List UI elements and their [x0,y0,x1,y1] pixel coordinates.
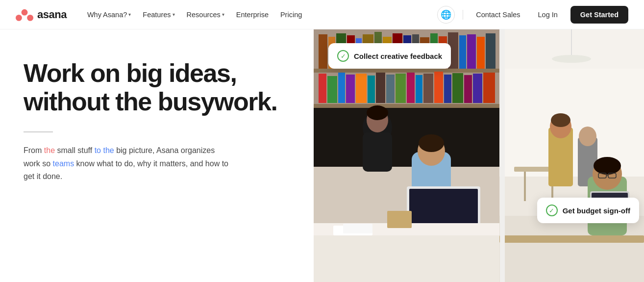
svg-point-52 [419,134,444,152]
log-in-link[interactable]: Log In [533,7,563,23]
office-image-right: ✓ Get budget sign-off [499,29,644,282]
check-icon-2: ✓ [546,205,558,216]
check-icon-1: ✓ [337,50,349,62]
svg-rect-45 [314,108,500,167]
svg-rect-26 [319,74,326,103]
svg-rect-36 [416,75,422,103]
office-image-left: ✓ Collect creative feedback [314,29,500,282]
svg-rect-67 [514,167,553,172]
tooltip-budget-signoff: ✓ Get budget sign-off [537,198,639,223]
svg-rect-29 [346,75,355,103]
scene-left: ✓ Collect creative feedback [314,29,500,282]
svg-rect-41 [464,75,472,103]
chevron-down-icon: ▾ [222,12,224,17]
svg-point-72 [551,113,570,127]
svg-rect-37 [423,74,433,103]
language-selector[interactable]: 🌐 [437,6,455,24]
svg-rect-28 [338,73,345,103]
svg-rect-83 [499,235,644,243]
logo-link[interactable]: asana [16,8,67,22]
tooltip-2-text: Get budget sign-off [563,206,630,215]
chevron-down-icon: ▾ [128,12,131,17]
svg-point-64 [552,55,591,63]
nav-features[interactable]: Features ▾ [138,7,179,23]
svg-rect-35 [407,73,415,103]
svg-rect-22 [467,34,476,69]
svg-rect-60 [343,224,372,233]
svg-point-0 [22,9,28,15]
svg-point-77 [594,157,621,175]
main-nav: asana Why Asana? ▾ Features ▾ Resources … [0,0,644,29]
svg-rect-6 [319,34,327,69]
nav-resources[interactable]: Resources ▾ [182,7,229,23]
svg-rect-23 [477,37,485,69]
highlight-teams: teams [53,159,74,168]
svg-rect-58 [387,211,412,228]
get-started-button[interactable]: Get Started [570,6,628,24]
highlight-small: the [44,146,55,154]
hero-divider [24,131,53,132]
hero-description: From the small stuff to the big picture,… [24,144,229,183]
main-content: Work on big ideas, without the busywork.… [0,29,644,282]
svg-point-74 [579,127,596,146]
svg-point-1 [16,15,22,21]
hero-left: Work on big ideas, without the busywork.… [0,29,314,282]
svg-rect-34 [396,74,406,103]
nav-pricing[interactable]: Pricing [275,7,307,23]
svg-rect-54 [409,189,478,226]
svg-rect-24 [486,33,495,69]
tooltip-1-text: Collect creative feedback [354,52,442,60]
svg-rect-21 [459,35,466,69]
nav-divider [463,10,463,20]
checkmark-icon: ✓ [341,52,346,60]
scene-right: ✓ Get budget sign-off [499,29,644,282]
nav-enterprise[interactable]: Enterprise [231,7,273,23]
highlight-to: to the [95,146,114,154]
svg-rect-32 [376,73,385,103]
logo-svg [16,8,33,22]
chevron-down-icon: ▾ [173,12,175,17]
svg-rect-40 [452,73,463,103]
bright-office-svg [499,29,644,282]
tooltip-collect-feedback: ✓ Collect creative feedback [328,43,451,69]
checkmark-icon-2: ✓ [549,207,554,214]
svg-rect-44 [314,104,500,108]
hero-right: ✓ Collect creative feedback [314,29,644,282]
svg-rect-25 [314,69,500,73]
svg-rect-42 [473,74,482,103]
svg-rect-43 [483,73,495,103]
svg-rect-57 [314,235,500,282]
contact-sales-link[interactable]: Contact Sales [471,7,525,23]
svg-rect-27 [327,76,337,103]
svg-rect-38 [434,72,443,103]
svg-rect-47 [363,132,392,172]
svg-rect-30 [356,74,367,103]
svg-point-2 [27,15,33,21]
nav-right: 🌐 Contact Sales Log In Get Started [437,6,628,24]
svg-rect-39 [444,75,451,103]
svg-point-49 [367,105,388,120]
svg-rect-68 [524,172,526,201]
svg-rect-33 [386,75,395,103]
nav-links: Why Asana? ▾ Features ▾ Resources ▾ Ente… [82,7,437,23]
nav-why-asana[interactable]: Why Asana? ▾ [82,7,136,23]
svg-rect-31 [368,76,375,103]
hero-title: Work on big ideas, without the busywork. [24,59,290,116]
panel-gap [500,29,505,282]
logo-text: asana [37,8,67,21]
globe-icon: 🌐 [441,9,451,20]
